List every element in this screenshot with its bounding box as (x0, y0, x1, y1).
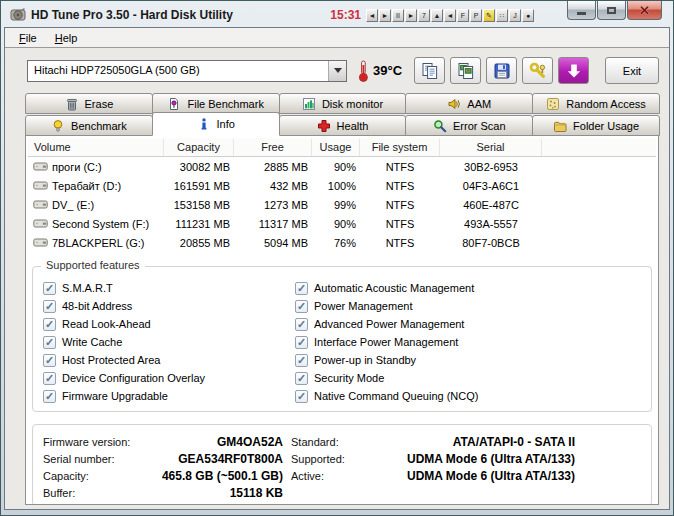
tab-random-access[interactable]: Random Access (532, 93, 660, 114)
disk-monitor-icon (302, 97, 316, 111)
volume-row[interactable]: Second System (F:)111231 MB11317 MB90%NT… (28, 214, 656, 233)
checkbox-icon[interactable]: ✓ (43, 372, 56, 385)
volume-name-cell: Second System (F:) (28, 218, 164, 230)
feature-security-mode: ✓Security Mode (295, 369, 641, 387)
temperature-indicator: 39°C (357, 59, 402, 83)
drive-details-groupbox: Firmware version:GM4OA52ASerial number:G… (32, 424, 652, 505)
feature-label: Interface Power Management (314, 336, 458, 348)
detail-capacity: Capacity:465.8 GB (~500.1 GB) (43, 467, 291, 484)
column-header-file-system[interactable]: File system (360, 139, 440, 156)
tab-folder-usage[interactable]: Folder Usage (532, 115, 660, 136)
feature-label: Power-up in Standby (314, 354, 416, 366)
recorder-button-6[interactable]: ◄ (444, 9, 456, 22)
supported-features-title: Supported features (41, 259, 145, 271)
recorder-button-12[interactable]: ● (522, 9, 534, 22)
feature-s-m-a-r-t: ✓S.M.A.R.T (43, 279, 295, 297)
tab-row-1: EraseFile BenchmarkDisk monitorAAMRandom… (25, 93, 659, 114)
save-button[interactable] (486, 57, 517, 84)
volume-name: 7BLACKPERL (G:) (52, 237, 145, 249)
recorder-button-8[interactable]: P (470, 9, 482, 22)
volume-cell-capacity: 161591 MB (164, 180, 234, 192)
checkbox-icon[interactable]: ✓ (295, 300, 308, 313)
recorder-button-5[interactable]: ▲ (431, 9, 443, 22)
random-access-icon (546, 97, 560, 111)
checkbox-icon[interactable]: ✓ (43, 300, 56, 313)
recorder-button-2[interactable]: II (392, 9, 404, 22)
checkbox-icon[interactable]: ✓ (43, 282, 56, 295)
volume-cell-free: 432 MB (234, 180, 312, 192)
drive-icon (33, 180, 48, 191)
volume-row[interactable]: Терабайт (D:)161591 MB432 MB100%NTFS04F3… (28, 176, 656, 195)
column-header-free[interactable]: Free (234, 139, 312, 156)
checkbox-icon[interactable]: ✓ (295, 318, 308, 331)
menu-help[interactable]: Help (47, 30, 86, 46)
column-header-serial[interactable]: Serial (440, 139, 542, 156)
recorder-button-10[interactable]: ∷ (496, 9, 508, 22)
exit-button[interactable]: Exit (605, 57, 659, 84)
feature-native-command-queuing-ncq: ✓Native Command Queuing (NCQ) (295, 387, 641, 405)
recorder-button-7[interactable]: F (457, 9, 469, 22)
drive-icon (33, 218, 48, 229)
chevron-down-icon[interactable] (328, 61, 346, 81)
folder-usage-icon (553, 119, 567, 133)
drive-selector[interactable]: Hitachi HDP725050GLA (500 GB) (27, 60, 347, 82)
volume-row[interactable]: DV_ (E:)153158 MB1273 MB99%NTFS460E-487C (28, 195, 656, 214)
recorder-timer: 15:31 (330, 8, 361, 22)
copy-text-icon (420, 61, 440, 81)
options-button[interactable] (522, 57, 553, 84)
tab-health[interactable]: Health (279, 115, 407, 136)
tab-label: Info (217, 118, 235, 130)
recorder-button-3[interactable]: ► (405, 9, 417, 22)
tab-control: EraseFile BenchmarkDisk monitorAAMRandom… (5, 93, 669, 136)
checkbox-icon[interactable]: ✓ (295, 282, 308, 295)
column-header-capacity[interactable]: Capacity (164, 139, 234, 156)
recorder-button-1[interactable]: ► (379, 9, 391, 22)
tab-disk-monitor[interactable]: Disk monitor (279, 93, 407, 114)
feature-label: Power Management (314, 300, 412, 312)
tab-info[interactable]: Info (152, 112, 280, 136)
copy-text-button[interactable] (414, 57, 445, 84)
tab-label: Error Scan (453, 120, 506, 132)
tab-label: Disk monitor (322, 98, 383, 110)
tab-aam[interactable]: AAM (405, 93, 533, 114)
checkbox-icon[interactable]: ✓ (43, 390, 56, 403)
volume-row[interactable]: 7BLACKPERL (G:)20855 MB5094 MB76%NTFS80F… (28, 233, 656, 252)
close-icon: ✕ (639, 4, 650, 17)
copy-image-button[interactable] (450, 57, 481, 84)
menu-file[interactable]: File (11, 30, 45, 46)
volume-cell-usage: 90% (312, 218, 360, 230)
tab-error-scan[interactable]: Error Scan (405, 115, 533, 136)
checkbox-icon[interactable]: ✓ (295, 354, 308, 367)
checkbox-icon[interactable]: ✓ (43, 336, 56, 349)
feature-label: S.M.A.R.T (62, 282, 113, 294)
maximize-button[interactable] (597, 1, 626, 20)
tab-file-benchmark[interactable]: File Benchmark (152, 93, 280, 114)
checkbox-icon[interactable]: ✓ (295, 372, 308, 385)
update-button[interactable] (558, 57, 589, 84)
volume-cell-serial: 04F3-A6C1 (440, 180, 542, 192)
recorder-button-9[interactable]: ✎ (483, 9, 495, 22)
close-button[interactable]: ✕ (627, 1, 662, 20)
volume-table-header: VolumeCapacityFreeUsageFile systemSerial (28, 138, 656, 157)
volume-cell-serial: 493A-5557 (440, 218, 542, 230)
volume-row[interactable]: проги (C:)30082 MB2885 MB90%NTFS30B2-695… (28, 157, 656, 176)
file-benchmark-icon (167, 97, 181, 111)
recorder-button-0[interactable]: ◄ (366, 9, 378, 22)
minimize-button[interactable] (567, 1, 596, 20)
details-col-2: Standard:ATA/ATAPI-0 - SATA IISupported:… (291, 433, 591, 501)
detail-value: 15118 KB (151, 486, 283, 500)
checkbox-icon[interactable]: ✓ (43, 318, 56, 331)
column-header-volume[interactable]: Volume (28, 139, 164, 156)
tab-benchmark[interactable]: Benchmark (25, 115, 153, 136)
column-header-usage[interactable]: Usage (312, 139, 360, 156)
recorder-button-11[interactable]: J (509, 9, 521, 22)
feature-label: Security Mode (314, 372, 384, 384)
recorder-button-4[interactable]: 7 (418, 9, 430, 22)
checkbox-icon[interactable]: ✓ (43, 354, 56, 367)
volume-name-cell: проги (C:) (28, 161, 164, 173)
checkbox-icon[interactable]: ✓ (295, 336, 308, 349)
tab-erase[interactable]: Erase (25, 93, 153, 114)
checkbox-icon[interactable]: ✓ (295, 390, 308, 403)
features-col-2: ✓Automatic Acoustic Management✓Power Man… (295, 279, 641, 405)
detail-value: GM4OA52A (151, 435, 283, 449)
